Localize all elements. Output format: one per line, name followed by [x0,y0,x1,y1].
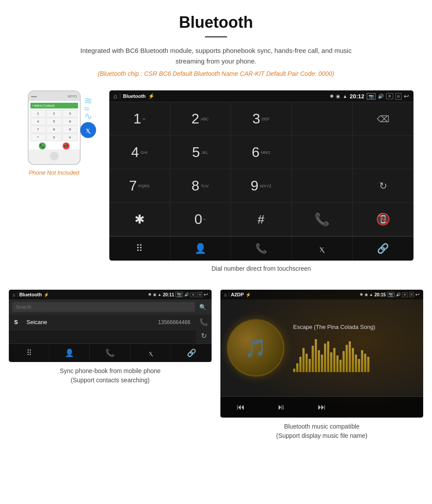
cell-empty-1 [292,102,353,136]
music-home-icon[interactable]: ⌂ [224,292,227,297]
pb-close[interactable]: ✕ [190,292,196,297]
key-star[interactable]: ✱ [109,203,170,236]
key-backspace[interactable]: ⌫ [353,102,413,136]
fullscreen-icon[interactable]: ⧈ [395,93,402,100]
phone-not-included-label: Phone Not Included [29,169,79,176]
prev-track-btn[interactable]: ⏮ [220,399,261,415]
music-card: ⌂ A2DP ⚡ ✱ ◉ ▲ 20:15 📷 🔊 ✕ ⧈ ↩ [220,290,423,441]
key-6[interactable]: 6MNO [231,136,292,169]
side-call-icon[interactable]: 📞 [199,318,208,326]
bt-status-icon: ✱ [330,93,334,99]
music-usb-icon: ⚡ [246,292,251,297]
phone-call-btn[interactable]: 📞 [39,142,46,149]
key-1[interactable]: 1∞ [109,102,170,136]
viz-bar [327,341,329,372]
nav-calls[interactable]: 📞 [231,237,292,261]
wifi-waves-icon: ≋≈∿ [84,97,92,120]
music-info: Escape (The Pina Colada Song) [293,324,417,372]
side-refresh-icon[interactable]: ↻ [201,332,207,340]
contact-row[interactable]: S Seicane 13566664466 [9,314,196,330]
pb-vol[interactable]: 🔊 [184,292,189,297]
key-hash[interactable]: # [231,203,292,236]
close-icon[interactable]: ✕ [386,93,393,99]
key-refresh[interactable]: ↻ [353,169,413,203]
mini-home-icon[interactable]: ⌂ [12,292,15,297]
volume-icon[interactable]: 🔊 [378,93,384,99]
ms-camera[interactable]: 📷 [387,292,395,297]
song-title: Escape (The Pina Colada Song) [293,324,417,330]
nav-dialpad[interactable]: ⠿ [109,237,170,261]
phone-screen: + Add to Contacts 1 2 3 4 5 6 7 8 9 * 0 … [29,101,80,149]
key-8[interactable]: 8TUV [170,169,231,203]
viz-bar [333,348,335,372]
camera-icon[interactable]: 📷 [367,93,376,100]
next-track-btn[interactable]: ⏭ [302,399,342,415]
ms-vol[interactable]: 🔊 [396,292,401,297]
nav-contacts[interactable]: 👤 [170,237,231,261]
viz-bar [309,359,311,372]
nav-settings[interactable]: 🔗 [353,237,413,261]
pb-nav-calls[interactable]: 📞 [90,344,130,362]
home-icon[interactable]: ⌂ [114,93,117,100]
key-7[interactable]: 7PQRS [109,169,170,203]
key-9[interactable]: 9WXYZ [231,169,292,203]
music-screen: ⌂ A2DP ⚡ ✱ ◉ ▲ 20:15 📷 🔊 ✕ ⧈ ↩ [220,290,423,418]
key-call[interactable]: 📞 [292,203,353,236]
ms-back[interactable]: ↩ [415,291,420,298]
viz-bar [349,341,351,372]
key-4[interactable]: 4GHI [109,136,170,169]
pb-nav-settings[interactable]: 🔗 [171,344,212,362]
viz-bar [318,350,320,372]
music-time: 20:15 [374,292,386,297]
viz-bar [336,355,339,372]
viz-bar [324,343,326,372]
pb-camera[interactable]: 📷 [175,292,183,297]
ms-fs[interactable]: ⧈ [409,292,414,297]
ms-bt-icon: ✱ [360,292,363,297]
subtitle: Integrated with BC6 Bluetooth module, su… [66,45,366,67]
viz-bar [302,348,305,372]
viz-bar [352,348,354,372]
pb-bt-icon: ✱ [148,292,152,297]
location-icon: ◉ [336,93,340,99]
viz-bar [315,339,317,372]
bt-signal-overlay: ≋≈∿ ⲭ [80,97,96,138]
pb-nav-bt[interactable]: ⲭ [130,344,171,362]
viz-bar [361,350,363,372]
phonebook-time: 20:11 [163,292,174,297]
search-icon[interactable]: 🔍 [199,304,206,310]
key-5[interactable]: 5JKL [170,136,231,169]
pb-nav-contacts[interactable]: 👤 [49,344,90,362]
phone-home-btn[interactable] [50,152,59,161]
side-icons: 📞 ↻ [196,314,212,343]
phonebook-card: ⌂ Bluetooth ⚡ ✱ ◉ ▲ 20:11 📷 🔊 ✕ ⧈ ↩ [9,290,212,441]
ms-close[interactable]: ✕ [402,292,408,297]
viz-bar [299,357,302,372]
viz-bar [293,369,295,372]
phone-wrapper: ●●● MOTO + Add to Contacts 1 2 3 4 5 6 7… [28,90,81,165]
pb-fs[interactable]: ⧈ [197,292,202,297]
key-end[interactable]: 📵 [353,203,413,236]
phonebook-status-name: Bluetooth [19,292,42,297]
phone-top-bar: ●●● MOTO [29,91,80,101]
time-display: 20:12 [350,93,364,100]
play-pause-btn[interactable]: ⏯ [261,399,302,415]
contact-number: 13566664466 [158,319,190,325]
key-2[interactable]: 2ABC [170,102,231,136]
phonebook-status-bar: ⌂ Bluetooth ⚡ ✱ ◉ ▲ 20:11 📷 🔊 ✕ ⧈ ↩ [9,290,212,299]
viz-bar [355,355,357,372]
phone-bottom-btns: 📞 📵 [30,142,78,149]
car-bottom-nav: ⠿ 👤 📞 ⲭ 🔗 [109,236,413,261]
nav-bluetooth[interactable]: ⲭ [292,237,353,261]
back-icon[interactable]: ↩ [404,93,409,100]
pb-back[interactable]: ↩ [204,291,208,298]
pb-nav-dialpad[interactable]: ⠿ [9,344,49,362]
phone-end-btn[interactable]: 📵 [63,142,70,149]
music-caption: Bluetooth music compatible (Support disp… [276,422,368,441]
search-input[interactable] [12,302,195,312]
phonebook-bottom-nav: ⠿ 👤 📞 ⲭ 🔗 [9,343,212,362]
key-0[interactable]: 0+ [170,203,231,236]
dialpad-grid: 1∞ 2ABC 3DEF ⌫ 4GHI 5JKL [109,102,413,236]
key-3[interactable]: 3DEF [231,102,292,136]
phonebook-screen: ⌂ Bluetooth ⚡ ✱ ◉ ▲ 20:11 📷 🔊 ✕ ⧈ ↩ [9,290,212,362]
